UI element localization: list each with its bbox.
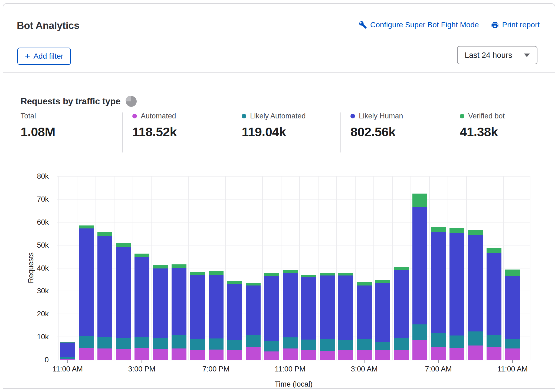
bar-11-00-pm [283, 270, 298, 360]
h-gridline [57, 222, 530, 222]
legend-dot [242, 114, 246, 118]
v-gridline [373, 176, 374, 360]
bar-segment-automated [209, 350, 224, 360]
printer-icon [491, 21, 499, 29]
bar-segment-likely-human [449, 233, 464, 335]
bar-9-00-pm [246, 283, 261, 360]
v-gridline [392, 176, 393, 360]
header-divider [3, 72, 555, 73]
time-range-select[interactable]: Last 24 hours [457, 46, 537, 64]
y-tick-label: 80k [3, 172, 49, 181]
configure-super-bot-fight-mode-link[interactable]: Configure Super Bot Fight Mode [359, 21, 479, 29]
bar-segment-automated [246, 347, 261, 360]
bar-segment-likely-automated [116, 338, 131, 349]
bar-segment-likely-human [338, 275, 353, 340]
v-gridline [336, 176, 337, 360]
bar-segment-verified-bot [301, 275, 316, 277]
bar-segment-likely-automated [487, 335, 501, 347]
bar-8-00-am [449, 228, 464, 360]
plus-icon: + [25, 51, 30, 61]
x-tick [67, 360, 68, 363]
bar-segment-likely-automated [468, 331, 483, 346]
bar-segment-likely-automated [301, 340, 316, 350]
bar-segment-likely-human [357, 285, 372, 339]
bar-segment-verified-bot [431, 227, 446, 232]
h-gridline [57, 199, 530, 200]
bar-segment-likely-human [264, 276, 279, 341]
v-gridline [355, 176, 356, 360]
x-tick [142, 360, 142, 363]
bar-6-00-pm [190, 272, 205, 360]
bar-segment-verified-bot [134, 254, 149, 257]
stat-label: Likely Human [359, 112, 403, 120]
y-tick-label: 0 [3, 356, 49, 364]
bar-segment-likely-automated [97, 337, 112, 348]
v-gridline [448, 176, 448, 360]
legend-dot [350, 114, 355, 118]
bar-segment-verified-bot [394, 267, 409, 270]
bar-segment-verified-bot [116, 243, 131, 247]
v-gridline [299, 176, 300, 360]
bar-segment-likely-automated [134, 337, 149, 348]
legend-dot [132, 114, 137, 118]
bar-segment-likely-automated [375, 342, 390, 350]
x-axis-line [57, 360, 530, 360]
x-tick [438, 360, 439, 363]
y-tick-label: 10k [3, 333, 49, 341]
bar-segment-automated [394, 350, 409, 360]
bar-segment-verified-bot [246, 283, 261, 285]
bar-segment-likely-human [283, 273, 298, 337]
v-gridline [530, 176, 530, 360]
bar-segment-verified-bot [320, 273, 335, 275]
bar-segment-automated [283, 348, 298, 360]
y-tick-label: 30k [3, 287, 49, 295]
x-tick-label: 11:00 AM [38, 365, 97, 373]
y-tick-label: 20k [3, 310, 49, 318]
add-filter-button[interactable]: + Add filter [17, 48, 71, 65]
bar-segment-likely-automated [357, 339, 372, 351]
bar-segment-likely-human [97, 236, 112, 337]
section-title: Requests by traffic type [21, 96, 120, 107]
bar-1-00-pm [97, 232, 112, 360]
bar-9-00-am [468, 230, 483, 360]
bar-segment-verified-bot [209, 271, 224, 275]
stat-total: Total1.08M [21, 111, 55, 139]
bar-12-00-am [301, 275, 316, 360]
x-tick [216, 360, 216, 363]
bar-2-00-pm [116, 243, 131, 360]
stat-value: 41.38k [460, 124, 505, 139]
bar-segment-automated [338, 350, 353, 360]
bar-segment-verified-bot [172, 264, 186, 268]
bar-segment-likely-automated [79, 336, 94, 348]
print-link-label: Print report [502, 21, 540, 29]
v-gridline [503, 176, 504, 360]
bar-segment-verified-bot [283, 270, 298, 273]
bar-segment-likely-automated [320, 339, 335, 351]
bar-segment-likely-human [246, 285, 261, 335]
bar-5-00-pm [172, 264, 186, 360]
bar-segment-automated [412, 340, 427, 360]
v-gridline [77, 176, 77, 360]
v-gridline [318, 176, 319, 360]
y-tick-label: 40k [3, 264, 49, 273]
x-tick-label: 11:00 AM [483, 365, 542, 373]
stat-likely-human: Likely Human802.56k [350, 111, 403, 139]
bar-10-00-pm [264, 273, 279, 360]
stat-divider [122, 112, 123, 152]
bar-4-00-pm [153, 265, 168, 360]
bar-10-00-am [487, 248, 501, 360]
stats-row: Total1.08MAutomated118.52kLikely Automat… [0, 111, 558, 154]
bar-segment-likely-human [468, 235, 483, 331]
bar-segment-verified-bot [357, 282, 372, 285]
y-tick-label: 60k [3, 218, 49, 227]
y-tick-label: 50k [3, 241, 49, 250]
v-gridline [96, 176, 96, 360]
bar-segment-automated [301, 350, 316, 360]
bar-segment-likely-automated [227, 340, 242, 350]
print-report-link[interactable]: Print report [491, 21, 540, 29]
bar-segment-likely-automated [412, 324, 427, 340]
bar-segment-automated [227, 350, 242, 360]
header-links: Configure Super Bot Fight Mode Print rep… [359, 21, 540, 29]
bar-segment-likely-human [505, 276, 520, 339]
v-gridline [133, 176, 133, 360]
